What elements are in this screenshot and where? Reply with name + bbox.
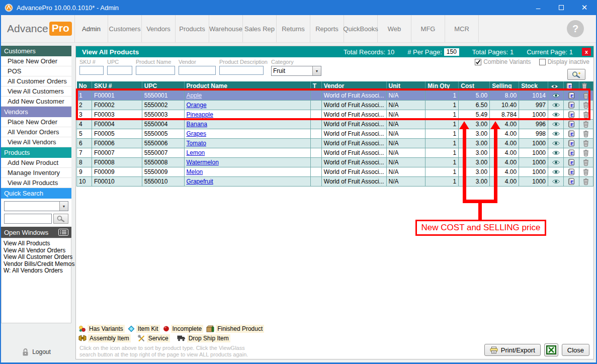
- sidebar-item-all-vendor-orders[interactable]: All Vendor Orders: [1, 127, 71, 137]
- column-header-stock[interactable]: Stock: [519, 81, 548, 90]
- menu-item-mcr[interactable]: MCR: [445, 15, 479, 42]
- cell-edit-product-icon[interactable]: E: [564, 100, 579, 110]
- legend-drop-ship-item[interactable]: Drop Ship Item: [177, 334, 230, 342]
- filter-input-sku[interactable]: [79, 66, 104, 75]
- column-header-no[interactable]: No: [77, 81, 92, 90]
- maximize-button[interactable]: [550, 0, 573, 15]
- cell-delete-product-icon[interactable]: [579, 100, 593, 110]
- sidebar-item-view-all-vendors[interactable]: View All Vendors: [1, 137, 71, 147]
- sidebar-item-all-customer-orders[interactable]: All Customer Orders: [1, 76, 71, 86]
- column-header-min-qty[interactable]: Min Qty: [425, 81, 459, 90]
- cell-edit-product-icon[interactable]: E: [564, 90, 579, 100]
- view-product-icon[interactable]: [552, 150, 560, 155]
- cell-edit-product-icon[interactable]: E: [564, 167, 579, 176]
- chevron-down-icon[interactable]: ▼: [59, 202, 68, 211]
- sidebar-item-view-all-customers[interactable]: View All Customers: [1, 86, 71, 97]
- open-window-view-all-vendor-orders[interactable]: View All Vendor Orders: [3, 247, 70, 254]
- menu-item-reports[interactable]: Reports: [310, 15, 344, 42]
- legend-incomplete[interactable]: Incomplete: [163, 325, 204, 333]
- chevron-down-icon[interactable]: ▼: [312, 66, 321, 75]
- menu-item-sales-rep[interactable]: Sales Rep: [243, 15, 277, 42]
- product-row-watermelon[interactable]: 8F000085550008WatermelonWorld of Fruit A…: [77, 157, 593, 167]
- delete-product-icon[interactable]: [583, 168, 589, 175]
- cell-view-product-icon[interactable]: [548, 90, 564, 100]
- menu-item-quickbooks[interactable]: QuickBooks: [344, 15, 378, 42]
- sidebar-item-manage-inventory[interactable]: Manage Inventory: [1, 168, 71, 178]
- product-row-grapes[interactable]: 5F000055550005GrapesWorld of Fruit Assoc…: [77, 129, 593, 138]
- quick-search-button[interactable]: [53, 214, 68, 224]
- cell-view-product-icon[interactable]: [548, 138, 564, 148]
- cell-view-product-icon[interactable]: [548, 110, 564, 119]
- filter-input-product-description[interactable]: [219, 66, 264, 75]
- column-header-cost[interactable]: Cost: [459, 81, 490, 90]
- menu-item-web[interactable]: Web: [378, 15, 411, 42]
- category-select[interactable]: Fruit ▼: [271, 66, 321, 76]
- minimize-button[interactable]: –: [527, 0, 550, 15]
- cell-delete-product-icon[interactable]: [579, 119, 593, 129]
- column-header-vendor[interactable]: Vendor: [321, 81, 386, 90]
- cell-edit-product-icon[interactable]: E: [564, 176, 579, 186]
- product-link-lemon[interactable]: Lemon: [187, 149, 205, 156]
- product-link-banana[interactable]: Banana: [187, 121, 207, 128]
- cell-view-product-icon[interactable]: [548, 157, 564, 167]
- delete-product-icon[interactable]: [583, 102, 589, 109]
- product-row-orange[interactable]: 2F000025550002OrangeWorld of Fruit Assoc…: [77, 100, 593, 110]
- quick-search-input[interactable]: [4, 214, 52, 224]
- cell-delete-product-icon[interactable]: [579, 129, 593, 138]
- legend-has-variants[interactable]: Has Variants: [78, 325, 125, 333]
- delete-product-icon[interactable]: [583, 140, 589, 147]
- sidebar-item-pos[interactable]: POS: [1, 66, 71, 76]
- product-link-watermelon[interactable]: Watermelon: [187, 159, 219, 166]
- sidebar-item-place-new-order[interactable]: Place New Order: [1, 56, 71, 66]
- filter-input-product-name[interactable]: [136, 66, 175, 75]
- view-product-icon[interactable]: [552, 103, 560, 108]
- legend-finished-product[interactable]: Finished Product: [206, 325, 264, 333]
- view-product-icon[interactable]: [552, 122, 560, 127]
- edit-product-icon[interactable]: E: [568, 140, 575, 147]
- column-header-sku[interactable]: SKU #: [92, 81, 142, 90]
- product-link-orange[interactable]: Orange: [187, 102, 207, 109]
- export-excel-button[interactable]: [544, 343, 558, 356]
- per-page-input[interactable]: [444, 48, 459, 56]
- delete-product-icon[interactable]: [583, 159, 589, 166]
- cell-edit-product-icon[interactable]: E: [564, 157, 579, 167]
- cell-delete-product-icon[interactable]: [579, 167, 593, 176]
- product-link-melon[interactable]: Melon: [187, 168, 203, 175]
- cell-view-product-icon[interactable]: [548, 148, 564, 157]
- open-window-vendor-bills-credit-memos[interactable]: Vendor Bills/Credit Memos: [3, 261, 70, 268]
- delete-product-icon[interactable]: [583, 121, 589, 128]
- column-header-selling[interactable]: Selling: [490, 81, 519, 90]
- edit-product-icon[interactable]: E: [568, 149, 575, 156]
- edit-product-icon[interactable]: E: [568, 102, 575, 109]
- cell-view-product-icon[interactable]: [548, 167, 564, 176]
- column-header-upc[interactable]: UPC: [142, 81, 184, 90]
- product-link-grapes[interactable]: Grapes: [187, 130, 206, 137]
- edit-product-icon[interactable]: E: [568, 121, 575, 128]
- edit-product-icon[interactable]: E: [568, 92, 575, 99]
- delete-product-icon[interactable]: [583, 130, 589, 137]
- cell-view-product-icon[interactable]: [548, 100, 564, 110]
- cell-edit-product-icon[interactable]: E: [564, 138, 579, 148]
- edit-product-icon[interactable]: E: [568, 111, 575, 118]
- menu-item-customers[interactable]: Customers: [108, 15, 142, 42]
- close-button[interactable]: Close: [562, 344, 589, 356]
- cell-view-product-icon[interactable]: [548, 119, 564, 129]
- logout-button[interactable]: Logout: [1, 345, 71, 358]
- delete-product-icon[interactable]: [583, 149, 589, 156]
- sidebar-item-place-new-order[interactable]: Place New Order: [1, 117, 71, 127]
- edit-product-icon[interactable]: E: [568, 178, 575, 185]
- close-view-button[interactable]: x: [582, 48, 591, 56]
- open-window-w-all-vendors-orders[interactable]: W: All Vendors Orders: [3, 267, 70, 275]
- product-link-grapefruit[interactable]: Grapefruit: [187, 178, 213, 185]
- view-product-icon[interactable]: [552, 169, 560, 174]
- product-row-melon[interactable]: 9F000095550009MelonWorld of Fruit Associ…: [77, 167, 593, 176]
- viewglass-search-button[interactable]: [567, 69, 585, 80]
- window-list-icon[interactable]: [58, 229, 68, 236]
- product-row-banana[interactable]: 4F000045550004BananaWorld of Fruit Assoc…: [77, 119, 593, 129]
- filter-input-upc[interactable]: [107, 66, 132, 75]
- cell-delete-product-icon[interactable]: [579, 176, 593, 186]
- view-product-icon[interactable]: [552, 179, 560, 184]
- cell-delete-product-icon[interactable]: [579, 148, 593, 157]
- sidebar-item-view-all-products[interactable]: View All Products: [1, 178, 71, 188]
- product-link-apple[interactable]: Apple: [187, 92, 202, 99]
